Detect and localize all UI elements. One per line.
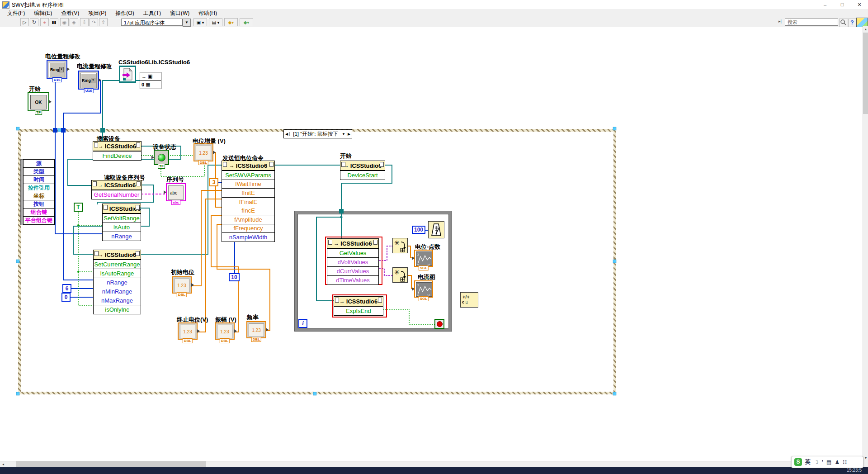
invoke-node-exp-is-end[interactable]: →ICSStudio6 ExpIsEnd [334, 296, 383, 316]
param-row[interactable]: dCurrValues [327, 266, 378, 275]
loop-condition-terminal[interactable] [434, 319, 444, 329]
grid-menu-icon[interactable]: ∷ [843, 459, 846, 465]
menu-project[interactable]: 项目(P) [84, 9, 111, 17]
case-dropdown-icon[interactable]: ▼ [341, 132, 346, 136]
horizontal-scrollbar[interactable]: ◂ ▸ [0, 461, 863, 467]
pause-button[interactable]: ▮▮ [50, 18, 58, 26]
pot-range-ring-control[interactable]: Ring▼ U16 [47, 60, 67, 79]
prev-case-icon[interactable]: ◀ [284, 132, 290, 136]
wait-time-constant[interactable]: 3 [209, 178, 218, 186]
ime-language-toggle[interactable]: 英 [805, 458, 811, 466]
max-range-constant[interactable]: 0 [61, 293, 71, 302]
person-icon[interactable]: ♟ [835, 459, 840, 465]
true-constant[interactable]: T [74, 203, 83, 212]
align-objects-dropdown[interactable]: ▣ ▾ [193, 18, 207, 26]
param-row[interactable]: nSampleWidth [222, 232, 274, 242]
ring-dropdown-icon[interactable]: ▼ [91, 78, 95, 83]
build-waveform-icon[interactable]: ✳ [392, 267, 408, 283]
method-row[interactable]: GetValues [327, 248, 378, 257]
invoke-node-set-swva-params[interactable]: →ICSStudio6 SetSWVAParams fWaitTime fIni… [222, 161, 275, 242]
method-row[interactable]: SetSWVAParams [222, 171, 274, 180]
param-row[interactable]: isOnlyInc [94, 305, 141, 314]
cluster-vi-icon[interactable]: ✳/✳ c ▯ [460, 292, 478, 308]
keyboard-icon[interactable]: ▤ [826, 459, 831, 465]
property-node[interactable]: →▣ 0▦ [140, 72, 161, 89]
run-continuous-button[interactable]: ↻ [30, 18, 38, 26]
maximize-button[interactable]: □ [834, 0, 851, 9]
menu-tools[interactable]: 工具(T) [139, 9, 165, 17]
menu-edit[interactable]: 编辑(E) [29, 9, 57, 17]
scroll-up-icon[interactable]: ▴ [863, 26, 868, 32]
next-case-icon[interactable]: ▶ [346, 132, 352, 136]
search-input[interactable]: 搜索 [785, 19, 838, 26]
param-row[interactable]: dVoltValues [327, 257, 378, 266]
ime-toolbar[interactable]: S 英 ☽ ’ ▤ ♟ ∷ [791, 456, 863, 468]
close-button[interactable]: ✕ [851, 0, 868, 9]
param-row[interactable]: nMinRange [94, 287, 141, 296]
invoke-node-device-start[interactable]: →ICSStudio6 DeviceStart [340, 161, 385, 180]
serial-string-indicator[interactable]: abc abc [166, 183, 186, 201]
param-row[interactable]: nRange [103, 232, 141, 241]
param-row[interactable]: nRange [94, 278, 141, 287]
param-row[interactable]: fAmplitude [222, 215, 274, 224]
param-row[interactable]: fIncE [222, 206, 274, 215]
param-row[interactable]: fInitE [222, 188, 274, 197]
resize-objects-dropdown[interactable]: ◆▾ [224, 18, 238, 26]
abort-button[interactable]: ● [40, 18, 49, 26]
menu-file[interactable]: 文件(F) [3, 9, 29, 17]
menu-view[interactable]: 查看(V) [57, 9, 84, 17]
event-case-selector[interactable]: ◀ [1] "开始": 鼠标按下 ▼ ▶ [283, 129, 352, 138]
reorder-dropdown[interactable]: ◆▾ [240, 18, 253, 26]
step-into-button[interactable]: ⇩ [80, 18, 89, 26]
param-row[interactable]: isAuto [103, 223, 141, 232]
ring-dropdown-icon[interactable]: ▼ [59, 67, 64, 72]
pot-points-chart-terminal[interactable]: 2010 SGL [414, 250, 433, 267]
search-icon[interactable] [839, 19, 848, 27]
method-row[interactable]: SetVoltRange [103, 213, 141, 223]
menu-window[interactable]: 窗口(W) [165, 9, 194, 17]
vertical-scrollbar[interactable]: ▴ ▾ [863, 26, 868, 461]
font-selector-dropdown-icon[interactable]: ▼ [183, 19, 191, 27]
param-row[interactable]: fFrequency [222, 224, 274, 233]
method-row[interactable]: FindDevice [93, 151, 141, 160]
pot-inc-control[interactable]: 1.23 DBL [193, 143, 213, 161]
event-data-node[interactable]: 源 类型 时间 控件引用 坐标 按钮 组合键 平台组合键 [23, 159, 55, 225]
invoke-node-set-volt-range[interactable]: →ICSStudio6 SetVoltRange isAuto nRange [102, 204, 141, 241]
frequency-control[interactable]: 1.23 DBL [246, 321, 266, 338]
moon-icon[interactable]: ☽ [814, 459, 819, 465]
class-constant-icon[interactable] [119, 66, 136, 83]
param-row[interactable]: nMaxRange [94, 296, 141, 305]
invoke-node-get-values[interactable]: →ICSStudio6 GetValues dVoltValues dCurrV… [327, 238, 379, 285]
invoke-node-get-serial[interactable]: →ICSStudio6 GetSerialNumber [91, 180, 142, 199]
distribute-objects-dropdown[interactable]: ▤ ▾ [209, 18, 222, 26]
menu-help[interactable]: 帮助(H) [194, 9, 222, 17]
invoke-node-find-device[interactable]: →ICSStudio6 FindDevice [93, 141, 142, 161]
init-pot-control[interactable]: 1.23 DBL [172, 276, 192, 294]
invoke-node-set-current-range[interactable]: →ICSStudio6 SetCurrentRange isAutoRange … [93, 250, 141, 314]
retain-wire-values-button[interactable]: ◈ [70, 18, 78, 26]
loop-iteration-terminal[interactable]: i [298, 319, 307, 328]
help-button[interactable]: ? [848, 19, 856, 27]
run-button[interactable]: ▷ [20, 18, 29, 26]
highlight-execution-button[interactable]: ◉ [60, 18, 69, 26]
param-row[interactable]: dTimeValues [327, 275, 378, 284]
step-over-button[interactable]: ↷ [90, 18, 98, 26]
search-collapse-icon[interactable]: ▸| [778, 19, 782, 24]
method-row[interactable]: GetSerialNumber [92, 190, 142, 199]
current-chart-terminal[interactable]: 2010 SGL [414, 280, 433, 298]
param-row[interactable]: fWaitTime [222, 180, 274, 189]
font-selector[interactable]: 17pt 应用程序字体 [121, 19, 183, 26]
loop-delay-constant[interactable]: 100 [412, 226, 425, 234]
sample-width-constant[interactable]: 10 [229, 273, 240, 281]
wait-next-ms-multiple-icon[interactable] [428, 221, 444, 238]
punctuation-icon[interactable]: ’ [822, 459, 823, 465]
sogou-logo-icon[interactable]: S [794, 458, 802, 466]
build-waveform-icon[interactable]: ✳ [392, 238, 408, 253]
method-row[interactable]: ExpIsEnd [334, 306, 383, 315]
method-row[interactable]: SetCurrentRange [94, 260, 141, 269]
minimize-button[interactable]: – [816, 0, 834, 9]
param-row[interactable]: fFinalE [222, 197, 274, 206]
start-ok-button-terminal[interactable]: OK TF [28, 92, 49, 111]
min-range-constant[interactable]: 6 [62, 284, 71, 293]
param-row[interactable]: isAutoRange [94, 269, 141, 278]
